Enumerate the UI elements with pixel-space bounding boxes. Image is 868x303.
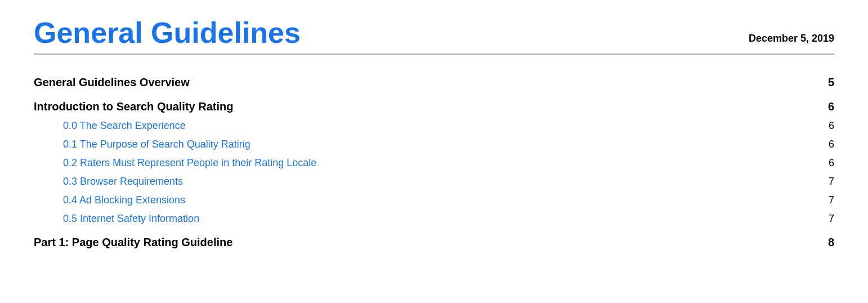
toc-container: General Guidelines Overview 5 Introducti… bbox=[34, 70, 834, 252]
toc-page-introduction: 6 bbox=[823, 100, 834, 113]
toc-heading-part1[interactable]: Part 1: Page Quality Rating Guideline bbox=[34, 236, 232, 249]
toc-page-general-overview: 5 bbox=[823, 76, 834, 89]
date-label: December 5, 2019 bbox=[749, 33, 834, 49]
toc-sub-item-0-1: 0.1 The Purpose of Search Quality Rating… bbox=[34, 135, 834, 154]
toc-sub-label-0-0[interactable]: 0.0 The Search Experience bbox=[34, 120, 186, 132]
toc-sub-page-0-5: 7 bbox=[823, 213, 834, 225]
toc-sub-label-0-5[interactable]: 0.5 Internet Safety Information bbox=[34, 213, 199, 225]
toc-sub-item-0-4: 0.4 Ad Blocking Extensions 7 bbox=[34, 191, 834, 210]
toc-heading-general-overview[interactable]: General Guidelines Overview bbox=[34, 76, 190, 89]
toc-sub-page-0-1: 6 bbox=[823, 139, 834, 150]
toc-sub-page-0-3: 7 bbox=[823, 176, 834, 188]
toc-page-part1: 8 bbox=[823, 236, 834, 249]
toc-sub-page-0-4: 7 bbox=[823, 194, 834, 206]
toc-sub-label-0-2[interactable]: 0.2 Raters Must Represent People in thei… bbox=[34, 157, 316, 169]
toc-section-introduction: Introduction to Search Quality Rating 6 … bbox=[34, 95, 834, 228]
toc-sub-item-0-0: 0.0 The Search Experience 6 bbox=[34, 117, 834, 135]
toc-sub-item-0-2: 0.2 Raters Must Represent People in thei… bbox=[34, 154, 834, 172]
toc-sub-page-0-2: 6 bbox=[823, 157, 834, 169]
toc-sub-page-0-0: 6 bbox=[823, 120, 834, 132]
toc-sub-item-0-5: 0.5 Internet Safety Information 7 bbox=[34, 210, 834, 228]
toc-sub-item-0-3: 0.3 Browser Requirements 7 bbox=[34, 172, 834, 191]
toc-sub-label-0-3[interactable]: 0.3 Browser Requirements bbox=[34, 176, 183, 188]
toc-sub-label-0-4[interactable]: 0.4 Ad Blocking Extensions bbox=[34, 194, 185, 206]
toc-section-part1: Part 1: Page Quality Rating Guideline 8 bbox=[34, 230, 834, 252]
page-title: General Guidelines bbox=[34, 17, 301, 49]
toc-heading-introduction[interactable]: Introduction to Search Quality Rating bbox=[34, 100, 233, 113]
header-divider bbox=[34, 54, 834, 55]
toc-section-general-overview: General Guidelines Overview 5 bbox=[34, 70, 834, 92]
toc-sub-label-0-1[interactable]: 0.1 The Purpose of Search Quality Rating bbox=[34, 139, 250, 150]
header-section: General Guidelines December 5, 2019 bbox=[34, 17, 834, 49]
